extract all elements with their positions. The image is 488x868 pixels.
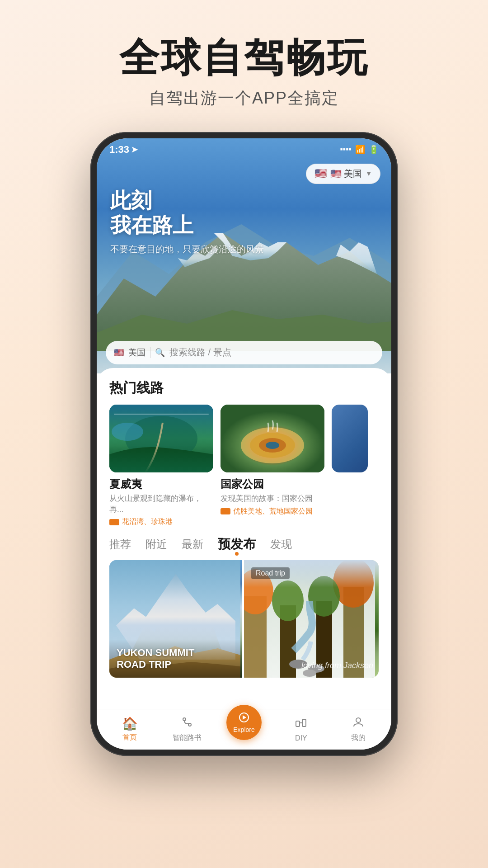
svg-rect-35 — [296, 721, 300, 726]
search-icon: 🔍 — [155, 348, 165, 358]
nav-diy[interactable]: DIY — [272, 717, 329, 742]
svg-point-25 — [272, 580, 304, 621]
route-card-img-east — [332, 405, 368, 472]
route-card-desc-hawaii: 从火山景观到隐藏的瀑布，再... — [109, 493, 213, 515]
route-card-desc-park: 发现美国的故事：国家公园 — [221, 493, 324, 504]
page-title: 全球自驾畅玩 — [90, 36, 398, 80]
dropdown-arrow-icon: ▼ — [366, 170, 372, 177]
status-icons: ▪▪▪▪ 📶 🔋 — [340, 145, 379, 155]
svg-point-30 — [303, 670, 316, 677]
search-bar[interactable]: 🇺🇸 美国 🔍 搜索线路 / 景点 — [106, 341, 382, 364]
tab-latest[interactable]: 最新 — [182, 537, 203, 552]
nav-home-label: 首页 — [122, 733, 137, 742]
signal-icon: ▪▪▪▪ — [340, 145, 352, 154]
page-subtitle: 自驾出游一个APP全搞定 — [90, 87, 398, 109]
page-header: 全球自驾畅玩 自驾出游一个APP全搞定 — [90, 36, 398, 109]
card-grid: YUKON SUMMITROAD TRIP — [97, 560, 391, 678]
nav-routebook[interactable]: 智能路书 — [158, 716, 215, 743]
svg-rect-36 — [302, 719, 306, 726]
tab-discover[interactable]: 发现 — [270, 537, 292, 552]
grid-card-bottom-text: loving from Jackson — [301, 661, 373, 670]
svg-marker-16 — [164, 587, 186, 610]
tag-icon — [109, 519, 119, 525]
grid-card-yukon[interactable]: YUKON SUMMITROAD TRIP — [109, 560, 242, 678]
tab-recommend[interactable]: 推荐 — [109, 537, 131, 552]
country-name: 🇺🇸 美国 — [330, 168, 362, 180]
tab-nearby[interactable]: 附近 — [145, 537, 167, 552]
hot-routes-title: 热门线路 — [97, 368, 391, 405]
tag-icon-2 — [221, 508, 230, 514]
bottom-nav: 🏠 首页 智能路书 — [97, 709, 391, 750]
content-area: 热门线路 — [97, 368, 391, 709]
tabs-bar: 推荐 附近 最新 预发布 发现 — [97, 527, 391, 560]
phone-outer: 1:33 ➤ ▪▪▪▪ 📶 🔋 🇺🇸 🇺🇸 美国 ▼ — [90, 132, 398, 756]
search-flag-icon: 🇺🇸 — [114, 348, 124, 358]
search-divider — [150, 347, 150, 358]
route-card-park[interactable]: 国家公园 发现美国的故事：国家公园 优胜美地、荒地国家公园 — [221, 405, 324, 527]
svg-point-38 — [356, 718, 361, 722]
phone-mockup: 1:33 ➤ ▪▪▪▪ 📶 🔋 🇺🇸 🇺🇸 美国 ▼ — [90, 132, 398, 756]
route-card-hawaii[interactable]: 夏威夷 从火山景观到隐藏的瀑布，再... 花沼湾、珍珠港 — [109, 405, 213, 527]
country-badge[interactable]: 🇺🇸 🇺🇸 美国 ▼ — [306, 164, 380, 184]
phone-inner: 1:33 ➤ ▪▪▪▪ 📶 🔋 🇺🇸 🇺🇸 美国 ▼ — [97, 138, 391, 750]
battery-icon: 🔋 — [369, 145, 379, 155]
explore-icon — [238, 712, 250, 726]
wifi-icon: 📶 — [355, 145, 365, 155]
explore-label: Explore — [233, 726, 254, 733]
route-card-tags-hawaii: 花沼湾、珍珠港 — [109, 517, 213, 527]
route-card-tags-park: 优胜美地、荒地国家公园 — [221, 507, 324, 516]
country-flag: 🇺🇸 — [314, 168, 327, 179]
status-bar: 1:33 ➤ ▪▪▪▪ 📶 🔋 — [97, 138, 391, 161]
route-card-title-park: 国家公园 — [221, 477, 324, 491]
svg-point-13 — [266, 442, 279, 449]
routes-scroll: 夏威夷 从火山景观到隐藏的瀑布，再... 花沼湾、珍珠港 — [97, 405, 391, 527]
explore-button[interactable]: Explore — [226, 705, 262, 740]
grid-card-label-forest: Road trip — [251, 567, 290, 579]
routebook-icon — [181, 716, 193, 731]
tab-prerelease[interactable]: 预发布 — [218, 536, 256, 553]
grid-card-overlay-yukon: YUKON SUMMITROAD TRIP — [109, 640, 242, 678]
svg-point-8 — [112, 423, 143, 441]
status-time: 1:33 ➤ — [109, 144, 138, 156]
hero-section: 1:33 ➤ ▪▪▪▪ 📶 🔋 🇺🇸 🇺🇸 美国 ▼ — [97, 138, 391, 373]
page-wrapper: 全球自驾畅玩 自驾出游一个APP全搞定 — [90, 36, 398, 756]
home-icon: 🏠 — [122, 716, 138, 731]
grid-card-forest[interactable]: Road trip loving from Jackson — [244, 560, 379, 678]
svg-marker-34 — [243, 715, 246, 720]
nav-routebook-label: 智能路书 — [173, 733, 202, 743]
nav-diy-label: DIY — [295, 734, 307, 742]
nav-profile-label: 我的 — [351, 733, 366, 743]
search-placeholder-text: 搜索线路 / 景点 — [169, 346, 231, 359]
route-card-east[interactable] — [332, 405, 368, 527]
search-country-label: 美国 — [128, 347, 145, 359]
route-card-img-park — [221, 405, 324, 472]
location-icon: ➤ — [131, 145, 138, 155]
hero-main-text: 此刻 我在路上 — [110, 188, 264, 238]
nav-home[interactable]: 🏠 首页 — [101, 716, 158, 742]
nav-profile[interactable]: 我的 — [330, 716, 387, 743]
route-card-img-hawaii — [109, 405, 213, 472]
hero-sub-text: 不要在意目的地，只要欣赏沿途的风景 — [110, 243, 264, 255]
hero-text: 此刻 我在路上 不要在意目的地，只要欣赏沿途的风景 — [110, 188, 264, 255]
grid-card-title-yukon: YUKON SUMMITROAD TRIP — [117, 647, 235, 671]
svg-point-31 — [183, 718, 186, 721]
profile-icon — [352, 716, 365, 731]
diy-icon — [295, 717, 307, 732]
nav-explore[interactable]: Explore — [216, 718, 272, 740]
route-card-title-hawaii: 夏威夷 — [109, 477, 213, 491]
